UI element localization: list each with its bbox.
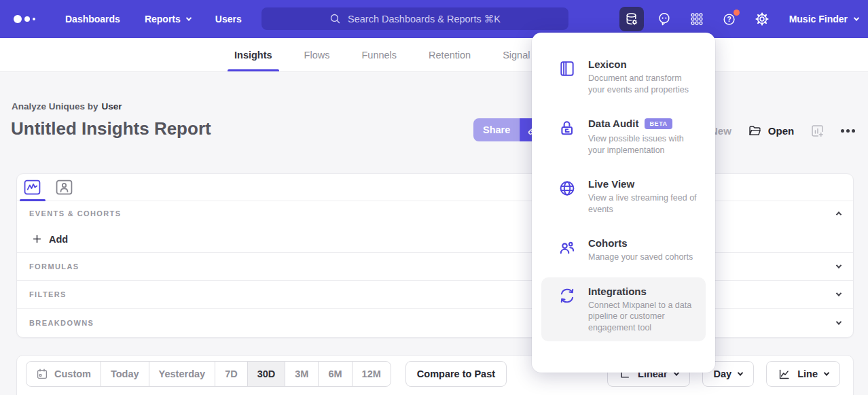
chevron-down-icon[interactable] — [836, 319, 842, 324]
report-tabbar: Insights Flows Funnels Retention Signal … — [0, 38, 868, 72]
share-button[interactable]: Share — [473, 118, 520, 141]
kicker-text: Analyze Uniques by — [12, 101, 98, 111]
svg-text:?: ? — [727, 16, 731, 23]
range-7d[interactable]: 7D — [215, 362, 247, 386]
menu-item-title: Live View — [588, 178, 634, 190]
nav-reports[interactable]: Reports — [145, 14, 191, 24]
section-label: BREAKDOWNS — [29, 319, 94, 327]
more-options-icon[interactable] — [841, 129, 855, 133]
help-icon[interactable]: ? — [717, 7, 742, 31]
chevron-down-icon — [186, 15, 192, 20]
folder-icon — [748, 124, 762, 138]
range-12m[interactable]: 12M — [352, 362, 391, 386]
top-navbar: Dashboards Reports Users Search Dashboar… — [0, 0, 868, 38]
data-management-menu: Lexicon Document and transform your even… — [532, 33, 715, 373]
menu-item-data-audit[interactable]: Data AuditBETA View possible issues with… — [541, 109, 706, 164]
compare-to-past-button[interactable]: Compare to Past — [405, 361, 507, 387]
range-custom[interactable]: Custom — [26, 362, 101, 386]
tab-label: Insights — [234, 50, 272, 61]
date-range-control: Custom Today Yesterday 7D 30D 3M 6M 12M — [26, 361, 391, 387]
nav-users[interactable]: Users — [215, 14, 242, 24]
line-chart-icon — [778, 368, 791, 381]
menu-item-description: Connect Mixpanel to a data pipeline or c… — [588, 300, 698, 334]
menu-item-live-view[interactable]: Live View View a live streaming feed of … — [541, 170, 706, 223]
menu-item-description: Manage your saved cohorts — [588, 252, 693, 263]
range-label: 12M — [362, 368, 381, 379]
lexicon-book-icon — [558, 58, 576, 95]
chevron-down-icon — [854, 15, 859, 20]
settings-gear-icon[interactable] — [750, 7, 774, 31]
data-audit-lock-icon — [558, 118, 576, 156]
tab-label: Retention — [429, 50, 471, 61]
menu-item-integrations[interactable]: Integrations Connect Mixpanel to a data … — [541, 277, 706, 342]
chevron-up-icon[interactable] — [836, 211, 842, 217]
events-view-tab-icon[interactable] — [23, 179, 41, 196]
apps-grid-icon[interactable] — [685, 7, 709, 31]
range-3m[interactable]: 3M — [285, 362, 318, 386]
section-filters[interactable]: FILTERS — [17, 281, 853, 309]
data-management-icon[interactable] — [619, 7, 644, 31]
range-yesterday[interactable]: Yesterday — [149, 362, 215, 386]
chevron-down-icon[interactable] — [836, 262, 842, 268]
range-label: Today — [111, 368, 139, 379]
range-6m[interactable]: 6M — [318, 362, 351, 386]
nav-dashboards-label: Dashboards — [65, 14, 120, 24]
open-label: Open — [768, 125, 794, 137]
nav-dashboards[interactable]: Dashboards — [65, 14, 120, 24]
mixpanel-logo-icon[interactable] — [14, 15, 43, 23]
menu-item-description: View possible issues with your implement… — [588, 133, 698, 156]
add-to-dashboard-icon[interactable] — [810, 124, 825, 138]
tab-label: Signal — [503, 50, 530, 61]
range-30d[interactable]: 30D — [247, 362, 285, 386]
chart-type-dropdown[interactable]: Line — [766, 361, 840, 387]
tab-funnels[interactable]: Funnels — [361, 38, 397, 71]
integrations-sync-icon — [558, 286, 576, 334]
menu-item-title: Data Audit — [588, 118, 638, 129]
query-builder-card: EVENTS & COHORTS Add FORMULAS FILTERS BR… — [16, 173, 854, 338]
project-name: Music Finder — [789, 14, 848, 24]
section-label: EVENTS & COHORTS — [29, 209, 121, 218]
primary-nav: Dashboards Reports Users — [65, 14, 242, 24]
tab-signal[interactable]: Signal — [503, 38, 530, 71]
tab-insights[interactable]: Insights — [234, 38, 272, 71]
range-today[interactable]: Today — [101, 362, 149, 386]
range-label: Custom — [54, 368, 91, 379]
tab-retention[interactable]: Retention — [429, 38, 471, 71]
menu-item-title: Cohorts — [588, 237, 628, 249]
builder-icon-tabs — [17, 174, 853, 201]
section-formulas[interactable]: FORMULAS — [17, 253, 853, 281]
range-label: 3M — [295, 368, 308, 379]
plus-icon — [32, 234, 42, 244]
section-breakdowns[interactable]: BREAKDOWNS — [17, 309, 853, 337]
range-label: 6M — [328, 368, 342, 379]
notification-dot — [734, 10, 740, 16]
users-view-tab-icon[interactable] — [55, 179, 73, 196]
section-label: FORMULAS — [29, 262, 79, 271]
feedback-bubble-icon[interactable] — [652, 7, 676, 31]
range-label: 7D — [225, 368, 238, 379]
app-screen: Dashboards Reports Users Search Dashboar… — [0, 0, 868, 395]
active-tab-underline — [228, 69, 279, 71]
interval-label: Day — [714, 368, 732, 379]
menu-item-description: View a live streaming feed of events — [588, 192, 698, 215]
tab-label: Funnels — [361, 50, 397, 61]
chevron-down-icon[interactable] — [836, 290, 842, 296]
menu-item-cohorts[interactable]: Cohorts Manage your saved cohorts — [541, 229, 706, 271]
tab-label: Flows — [304, 50, 330, 61]
open-report-button[interactable]: Open — [748, 124, 794, 138]
tab-flows[interactable]: Flows — [304, 38, 330, 71]
analysis-kicker: Analyze Uniques byUser — [12, 101, 122, 111]
add-event-button[interactable]: Add — [17, 226, 853, 253]
range-label: Yesterday — [159, 368, 206, 379]
section-events-cohorts[interactable]: EVENTS & COHORTS — [17, 201, 853, 226]
chevron-down-icon — [824, 370, 829, 375]
kicker-value[interactable]: User — [102, 101, 122, 111]
page-title[interactable]: Untitled Insights Report — [11, 118, 211, 139]
project-switcher[interactable]: Music Finder — [789, 14, 858, 24]
range-label: 30D — [257, 368, 276, 379]
cohorts-people-icon — [558, 237, 576, 263]
search-icon — [329, 13, 341, 24]
search-input[interactable]: Search Dashboards & Reports ⌘K — [261, 7, 568, 30]
menu-item-lexicon[interactable]: Lexicon Document and transform your even… — [541, 50, 706, 103]
live-view-globe-icon — [558, 178, 576, 215]
